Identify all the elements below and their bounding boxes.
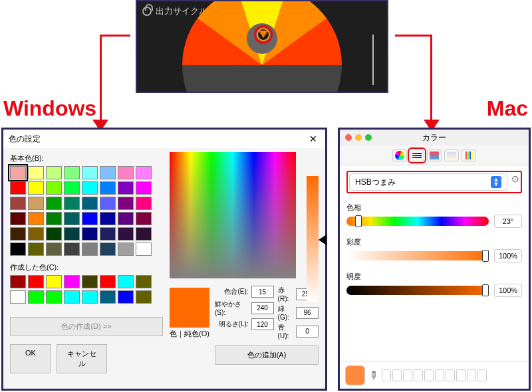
- custom-swatch[interactable]: [136, 290, 152, 304]
- basic-swatch[interactable]: [64, 197, 80, 210]
- custom-swatch[interactable]: [46, 275, 62, 288]
- saturation-input[interactable]: [251, 302, 274, 314]
- basic-swatch[interactable]: [46, 243, 62, 256]
- custom-swatch[interactable]: [64, 290, 80, 304]
- basic-swatch[interactable]: [82, 243, 98, 256]
- basic-swatch[interactable]: [118, 227, 134, 241]
- saved-swatch[interactable]: [392, 369, 402, 381]
- eyedropper-icon[interactable]: ✎: [366, 367, 381, 383]
- basic-swatch[interactable]: [136, 197, 152, 210]
- basic-swatch[interactable]: [100, 227, 116, 241]
- basic-swatch[interactable]: [64, 243, 80, 256]
- basic-swatch[interactable]: [100, 212, 116, 225]
- saved-swatch[interactable]: [382, 369, 391, 381]
- saved-swatch[interactable]: [403, 369, 412, 381]
- slider-knob[interactable]: [482, 284, 489, 296]
- basic-swatch[interactable]: [28, 227, 44, 241]
- saved-swatch[interactable]: [477, 369, 487, 381]
- traffic-close-icon[interactable]: [345, 134, 352, 141]
- ok-button[interactable]: OK: [10, 344, 51, 373]
- saved-swatch[interactable]: [446, 369, 455, 381]
- make-color-button[interactable]: 色の作成(D) >>: [10, 317, 163, 336]
- saved-swatch[interactable]: [435, 369, 444, 381]
- close-icon[interactable]: ✕: [307, 134, 320, 144]
- custom-swatch[interactable]: [136, 275, 152, 288]
- mac-sat-slider[interactable]: [346, 251, 489, 260]
- basic-swatch[interactable]: [118, 166, 134, 179]
- custom-swatch[interactable]: [118, 290, 134, 304]
- gauge-center-handle[interactable]: [254, 25, 273, 44]
- basic-swatch[interactable]: [82, 181, 98, 195]
- basic-swatch[interactable]: [82, 166, 98, 179]
- basic-swatch[interactable]: [82, 227, 98, 241]
- custom-swatch[interactable]: [64, 275, 80, 288]
- basic-swatch[interactable]: [10, 166, 26, 179]
- cancel-button[interactable]: キャンセル: [57, 344, 107, 373]
- basic-swatch[interactable]: [136, 243, 152, 256]
- basic-swatch[interactable]: [64, 166, 80, 179]
- luminance-pointer-icon[interactable]: [319, 235, 327, 245]
- custom-swatch[interactable]: [46, 290, 62, 304]
- custom-swatch[interactable]: [82, 275, 98, 288]
- basic-swatch[interactable]: [10, 181, 26, 195]
- basic-swatch[interactable]: [46, 212, 62, 225]
- traffic-zoom-icon[interactable]: [365, 134, 372, 141]
- mac-sat-value[interactable]: 100%: [494, 249, 522, 262]
- basic-swatch[interactable]: [28, 243, 44, 256]
- saved-swatch[interactable]: [424, 369, 434, 381]
- mode-pencils[interactable]: [462, 149, 476, 161]
- blue-input[interactable]: [296, 326, 319, 338]
- custom-swatch[interactable]: [118, 275, 134, 288]
- basic-swatch[interactable]: [100, 243, 116, 256]
- luminance-input[interactable]: [251, 318, 274, 330]
- saved-swatch[interactable]: [456, 369, 466, 381]
- basic-swatch[interactable]: [118, 197, 134, 210]
- color-gradient-picker[interactable]: [170, 152, 296, 278]
- basic-swatch[interactable]: [46, 227, 62, 241]
- basic-swatch[interactable]: [46, 166, 62, 179]
- more-options-icon[interactable]: ⊙: [511, 173, 519, 191]
- basic-swatch[interactable]: [82, 212, 98, 225]
- mac-bri-slider[interactable]: [346, 286, 489, 295]
- basic-swatch[interactable]: [100, 166, 116, 179]
- custom-swatch[interactable]: [10, 275, 26, 288]
- basic-swatch[interactable]: [64, 212, 80, 225]
- basic-swatch[interactable]: [118, 181, 134, 195]
- add-color-button[interactable]: 色の追加(A): [215, 345, 319, 365]
- saved-swatch[interactable]: [467, 369, 476, 381]
- custom-swatch[interactable]: [100, 290, 116, 304]
- basic-swatch[interactable]: [10, 197, 26, 210]
- mode-sliders[interactable]: [410, 149, 424, 161]
- custom-swatch[interactable]: [100, 275, 116, 288]
- current-color-swatch[interactable]: [345, 365, 365, 385]
- basic-swatch[interactable]: [82, 197, 98, 210]
- basic-swatch[interactable]: [100, 181, 116, 195]
- traffic-minimize-icon[interactable]: [355, 134, 362, 141]
- basic-swatch[interactable]: [28, 197, 44, 210]
- hue-input[interactable]: [251, 286, 274, 298]
- basic-swatch[interactable]: [64, 181, 80, 195]
- mode-image[interactable]: [444, 149, 459, 161]
- basic-swatch[interactable]: [136, 166, 152, 179]
- green-input[interactable]: [296, 307, 319, 319]
- luminance-slider[interactable]: [307, 176, 319, 302]
- mac-bri-value[interactable]: 100%: [494, 284, 522, 297]
- saved-swatch[interactable]: [414, 369, 423, 381]
- custom-swatch[interactable]: [82, 290, 98, 304]
- basic-swatch[interactable]: [136, 181, 152, 195]
- basic-swatch[interactable]: [46, 197, 62, 210]
- basic-swatch[interactable]: [28, 166, 44, 179]
- basic-swatch[interactable]: [28, 212, 44, 225]
- custom-swatch[interactable]: [10, 290, 26, 304]
- mac-hue-slider[interactable]: [346, 217, 489, 226]
- mac-hue-value[interactable]: 23°: [494, 215, 522, 228]
- basic-swatch[interactable]: [10, 212, 26, 225]
- mode-wheel[interactable]: [392, 149, 407, 161]
- basic-swatch[interactable]: [28, 181, 44, 195]
- slider-type-select[interactable]: HSBつまみ ▲▼: [349, 173, 507, 191]
- custom-swatch[interactable]: [28, 290, 44, 304]
- basic-swatch[interactable]: [118, 243, 134, 256]
- basic-swatch[interactable]: [46, 181, 62, 195]
- basic-swatch[interactable]: [100, 197, 116, 210]
- basic-swatch[interactable]: [118, 212, 134, 225]
